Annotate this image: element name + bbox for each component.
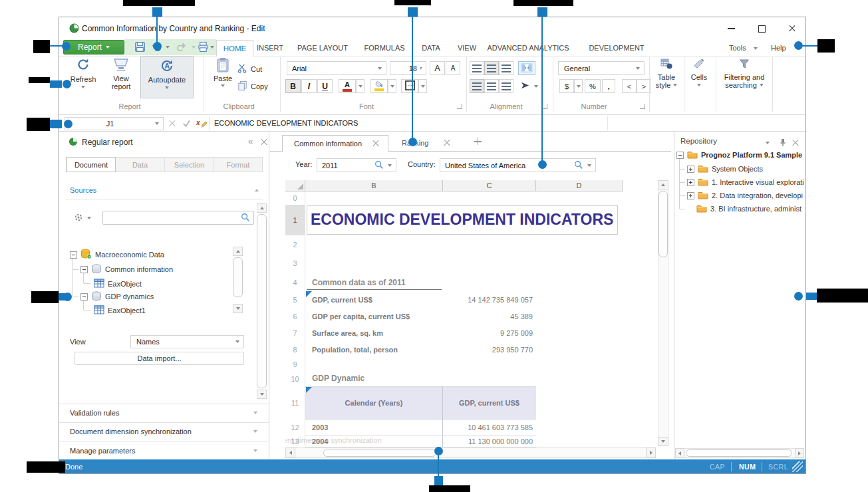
cut-button[interactable]: Cut [237,63,262,74]
align-center-button[interactable] [484,79,499,93]
sources-section-header[interactable]: Sources [70,186,96,194]
repo-item-system-objects[interactable]: System Objects [687,163,763,175]
repo-scroll-right-button[interactable] [795,448,804,458]
data-label-cell[interactable]: Surface area, sq. km [312,324,383,341]
sheet-scroll-right-button[interactable] [646,447,656,458]
font-size-combobox[interactable]: 18 [390,61,426,75]
number-format-combobox[interactable]: General [558,61,645,75]
row-header[interactable]: 12 [285,420,305,435]
table-header-cell[interactable]: Calendar (Years) [305,387,442,419]
panel-tab-document[interactable]: Document [67,157,116,172]
source-search-input[interactable] [102,211,254,225]
country-param-combobox[interactable]: United States of America [440,158,596,172]
cell-name-box[interactable]: J1 [65,117,164,130]
data-value-cell[interactable]: 9 275 009 [443,324,533,341]
tab-development[interactable]: DEVELOPMENT [589,44,644,52]
borders-button[interactable] [401,79,418,93]
row-header[interactable]: 0 [285,191,305,205]
table-header-cell[interactable]: GDP, current US$ [442,387,536,419]
repo-scroll-left-button[interactable] [675,448,684,458]
section-document-dimension-sync[interactable]: Document dimension synchronization [70,428,192,435]
italic-button[interactable]: I [301,79,317,93]
tree-scroll-down-button[interactable] [233,304,243,313]
collapse-node-icon[interactable] [80,266,88,273]
panel-tab-format[interactable]: Format [214,157,262,172]
cells-button[interactable]: Cells [686,59,712,86]
collapse-node-icon[interactable] [70,251,77,259]
paste-button[interactable]: Paste [208,57,237,98]
scroll-lock-indicator[interactable]: SCRL [768,463,788,471]
text-orientation-button[interactable] [518,79,531,93]
column-header-b[interactable]: B [305,180,443,191]
table-year-cell[interactable]: 2003 [312,420,328,435]
tab-home[interactable]: HOME [216,40,253,57]
num-lock-indicator[interactable]: NUM [739,463,756,471]
number-dialog-launcher-icon[interactable] [640,104,645,109]
font-family-combobox[interactable]: Arial [287,61,386,75]
tree-scroll-up-button[interactable] [233,247,243,256]
align-top-button[interactable] [470,61,484,75]
tree-item-common-information[interactable]: Common information [80,263,173,276]
sheet-scroll-up-button[interactable] [658,180,668,189]
repo-item-2[interactable]: 2. Data integration, developi [687,189,803,201]
panel-tab-data[interactable]: Data [116,157,165,172]
bold-button[interactable]: B [285,79,301,93]
thousands-separator-button[interactable]: , [602,79,615,93]
table-style-button[interactable]: Table style [651,59,682,89]
borders-dropdown-icon[interactable] [418,79,427,93]
repository-menu-icon[interactable] [766,142,770,144]
font-color-button[interactable]: A [339,79,356,93]
alignment-dialog-launcher-icon[interactable] [542,104,547,109]
section1-header-cell[interactable]: Common data as of 2011 [312,278,406,287]
expand-node-icon[interactable] [687,179,694,186]
percent-button[interactable]: % [585,79,601,93]
tab-formulas[interactable]: FORMULAS [364,44,404,52]
section-expand-icon[interactable] [253,430,257,433]
autoupdate-button[interactable]: A Autoupdate [140,57,194,98]
gear-dropdown-icon[interactable] [87,217,91,219]
tab-insert[interactable]: INSERT [257,44,283,52]
orientation-dropdown-icon[interactable] [531,79,540,93]
currency-button[interactable]: $ [559,79,574,93]
repo-item-1[interactable]: 1. Interactive visual explorati [687,176,804,188]
tab-advanced-analytics[interactable]: ADVANCED ANALYTICS [487,44,569,52]
sheet-scroll-left-button[interactable] [285,447,295,458]
collapse-node-icon[interactable] [676,152,684,159]
minimize-button[interactable] [722,23,740,35]
sheet-vscrollbar-thumb[interactable] [658,191,668,257]
row-header[interactable]: 5 [285,291,305,308]
tools-menu[interactable]: Tools [729,44,746,52]
section2-header-cell[interactable]: GDP Dynamic [312,374,364,383]
grow-font-button[interactable]: A [430,61,445,75]
sources-scroll-up-button[interactable] [257,203,267,213]
confirm-entry-icon[interactable] [182,120,191,129]
sources-scrollbar-thumb[interactable] [257,214,267,388]
data-label-cell[interactable]: Population, total, person [312,341,398,358]
redo-icon[interactable] [176,42,188,53]
sheet-scroll-down-button[interactable] [658,437,668,446]
sources-collapse-icon[interactable] [255,189,259,191]
row-header[interactable]: 1 [285,205,305,235]
close-button[interactable] [783,23,801,35]
tree-item-eaxobject[interactable]: EaxObject [94,277,142,291]
expand-node-icon[interactable] [687,192,694,199]
align-right-button[interactable] [499,79,513,93]
caps-lock-indicator[interactable]: CAP [710,463,725,471]
expand-node-icon[interactable] [687,166,694,173]
decrease-decimal-button[interactable]: < [622,79,637,93]
refresh-button[interactable]: Refresh [65,57,102,98]
fill-color-dropdown-icon[interactable] [388,79,396,93]
align-bottom-button[interactable] [499,61,513,75]
section-expand-icon[interactable] [253,412,257,414]
table-value-cell[interactable]: 10 461 603 773 585 [443,420,533,435]
sources-scroll-down-button[interactable] [257,390,267,399]
add-sheet-tab-icon[interactable] [474,138,482,145]
font-color-dropdown-icon[interactable] [356,79,364,93]
maximize-button[interactable] [752,23,771,35]
row-header[interactable]: 3 [285,253,305,273]
view-combobox[interactable]: Names [130,335,244,348]
data-value-cell[interactable]: 14 142 735 849 057 [443,291,533,308]
row-header[interactable]: 6 [285,308,305,324]
data-label-cell[interactable]: GDP, current US$ [312,291,372,308]
tree-item-eaxobject1[interactable]: EaxObject1 [94,304,146,317]
